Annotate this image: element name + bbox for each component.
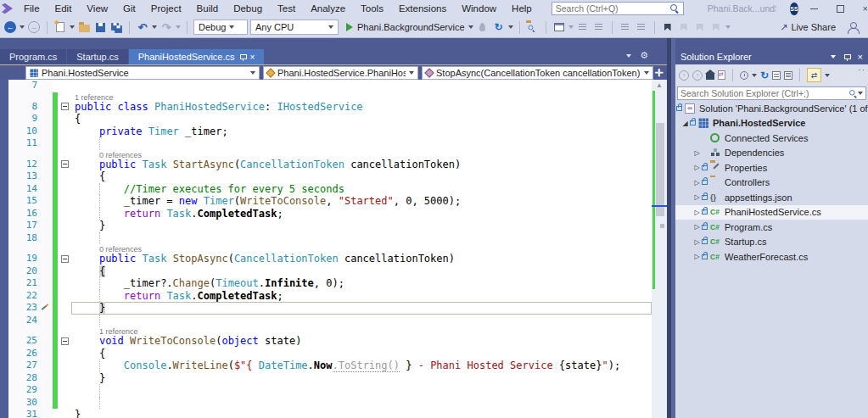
navigate-forward-button[interactable]: → [27, 20, 41, 35]
decrease-indent-button[interactable] [576, 20, 590, 35]
menu-test[interactable]: Test [270, 1, 303, 16]
tree-item-solution-phani.backgroundservice-1-of-1-[interactable]: ∞Solution 'Phani.BackgroundService' (1 o… [675, 101, 868, 116]
close-icon[interactable]: × [858, 52, 863, 62]
uncomment-button[interactable] [635, 20, 648, 35]
solution-platform-dropdown[interactable]: Any CPU [250, 20, 339, 35]
code-text[interactable] [71, 137, 652, 150]
code-text[interactable]: 1 reference [71, 92, 652, 101]
home-icon[interactable] [706, 74, 714, 80]
project-dropdown[interactable]: Phani.HostedService [25, 66, 260, 80]
editor-vertical-scrollbar[interactable]: ▲ [652, 80, 667, 418]
code-text[interactable]: _timer?.Change(Timeout.Infinite, 0); [71, 277, 652, 290]
new-project-button[interactable] [53, 20, 67, 35]
menu-file[interactable]: File [16, 1, 48, 16]
code-text[interactable]: } [71, 409, 652, 418]
code-text[interactable]: { [71, 348, 652, 360]
collapse-region-icon[interactable] [61, 255, 69, 263]
switch-views-icon[interactable] [718, 70, 725, 80]
search-icon[interactable] [849, 90, 857, 98]
back-icon[interactable]: ‹ [679, 70, 689, 81]
tree-item-weatherforecast.cs[interactable]: ▷C#WeatherForecast.cs [675, 249, 868, 265]
menu-help[interactable]: Help [504, 1, 540, 16]
tree-item-connected-services[interactable]: Connected Services [675, 131, 868, 146]
open-file-button[interactable] [77, 20, 91, 35]
member-list-dropdown-icon[interactable] [568, 25, 574, 29]
code-rows[interactable]: 71 reference8public class PhaniHostedSer… [8, 80, 652, 418]
gear-icon[interactable]: ⚙ [640, 51, 648, 60]
comment-button[interactable] [619, 20, 632, 35]
menu-tools[interactable]: Tools [353, 1, 391, 16]
refresh-icon[interactable]: ↻ [760, 70, 769, 81]
code-text[interactable]: //Timer executes for every 5 seconds [71, 183, 652, 196]
close-icon[interactable]: × [250, 53, 255, 62]
code-text[interactable]: 1 reference [71, 326, 652, 335]
minimize-icon[interactable] [810, 8, 818, 9]
solution-configuration-dropdown[interactable]: Debug [193, 20, 248, 35]
scrollbar-thumb[interactable] [656, 123, 664, 216]
pending-changes-filter-icon[interactable] [740, 71, 748, 80]
chevron-collapsed-icon[interactable]: ▷ [692, 193, 702, 201]
restart-button[interactable]: ↻ [492, 20, 506, 35]
undo-dropdown-icon[interactable] [152, 25, 157, 29]
restore-icon[interactable] [837, 5, 844, 13]
navigate-back-dropdown-icon[interactable] [20, 25, 25, 29]
panel-splitter[interactable] [667, 38, 675, 418]
tab-PhaniHostedService.cs[interactable]: PhaniHostedService.cs× [129, 49, 265, 64]
menu-build[interactable]: Build [189, 1, 227, 16]
feedback-icon[interactable] [848, 22, 858, 32]
search-icon[interactable] [670, 4, 680, 14]
chevron-collapsed-icon[interactable]: ▷ [692, 223, 702, 231]
split-window-icon[interactable]: ✛ [655, 67, 664, 79]
tab-list-dropdown-icon[interactable] [626, 54, 631, 58]
tree-item-properties[interactable]: ▷Properties [675, 160, 868, 176]
pin-icon[interactable] [239, 53, 246, 61]
code-text[interactable]: public Task StartAsync(CancellationToken… [71, 159, 652, 171]
tree-item-phani.hostedservice[interactable]: ◢Phani.HostedService [675, 116, 868, 131]
code-text[interactable]: void WriteToConsole(object state) [71, 335, 652, 348]
code-text[interactable]: return Task.CompletedTask; [71, 290, 652, 303]
menu-debug[interactable]: Debug [226, 1, 270, 16]
solution-search-box[interactable] [677, 86, 866, 100]
tree-item-appsettings.json[interactable]: ▷{}appsettings.json [675, 190, 868, 205]
increase-indent-button[interactable] [592, 20, 606, 35]
save-all-button[interactable] [109, 20, 123, 35]
menu-edit[interactable]: Edit [48, 1, 80, 16]
live-share-button[interactable]: ↗ Live Share [780, 22, 865, 33]
menu-extensions[interactable]: Extensions [391, 1, 454, 16]
code-text[interactable]: public Task StopAsync(CancellationToken … [71, 253, 652, 265]
account-avatar[interactable]: SS [790, 3, 798, 15]
menu-window[interactable]: Window [454, 1, 504, 16]
tree-item-startup.cs[interactable]: ▷C#Startup.cs [675, 235, 868, 250]
code-text[interactable]: } [71, 220, 652, 232]
code-text[interactable] [71, 397, 652, 410]
chevron-collapsed-icon[interactable]: ▷ [692, 179, 702, 187]
redo-button[interactable]: ↷ [160, 20, 173, 35]
code-text[interactable] [71, 315, 652, 327]
collapse-region-icon[interactable] [61, 337, 69, 345]
window-position-dropdown-icon[interactable] [831, 55, 836, 59]
next-bookmark-button[interactable] [693, 20, 707, 35]
nest-files-icon[interactable] [772, 71, 781, 80]
toggle-bookmark-button[interactable] [661, 20, 675, 35]
find-in-files-button[interactable] [526, 20, 540, 35]
code-text[interactable]: 0 references [71, 150, 652, 159]
start-debugging-button[interactable]: Phani.BackgroundService [346, 20, 473, 35]
bookmarks-dropdown-icon[interactable] [725, 25, 731, 29]
menu-project[interactable]: Project [143, 1, 189, 16]
code-text[interactable]: { [71, 170, 652, 183]
pin-icon[interactable] [843, 53, 850, 61]
member-dropdown[interactable]: StopAsync(CancellationToken cancellation… [422, 66, 653, 80]
code-text[interactable]: _timer = new Timer(WriteToConsole, "Star… [71, 195, 652, 208]
chevron-collapsed-icon[interactable]: ▷ [692, 149, 702, 157]
code-text[interactable]: return Task.CompletedTask; [71, 208, 652, 220]
quick-search-box[interactable] [552, 2, 684, 15]
tree-item-phanihostedservice.cs[interactable]: ▷C#PhaniHostedService.cs [675, 205, 868, 220]
code-text[interactable]: } [71, 372, 652, 385]
hot-reload-dropdown-icon[interactable] [508, 25, 513, 29]
forward-icon[interactable]: › [692, 70, 703, 81]
save-button[interactable] [93, 20, 107, 35]
navigate-backward-button[interactable]: ← [3, 20, 17, 35]
menu-git[interactable]: Git [115, 1, 143, 16]
member-list-button[interactable] [552, 20, 566, 35]
sync-with-active-document-icon[interactable]: ⇄ [807, 68, 821, 82]
